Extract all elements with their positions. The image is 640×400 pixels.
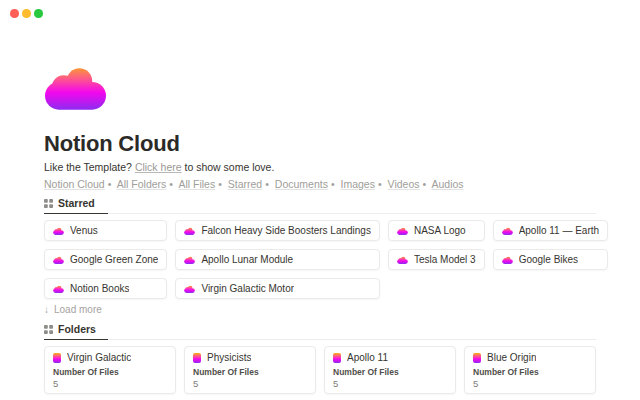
cloud-file-icon: [53, 256, 64, 264]
property-label: Number Of Files: [53, 368, 167, 377]
cloud-file-icon: [184, 285, 195, 293]
starred-tabs-bar: Starred: [44, 195, 596, 214]
nav-separator: •: [169, 178, 173, 190]
file-card[interactable]: Tesla Model 3: [388, 249, 485, 270]
file-card[interactable]: Apollo Lunar Module: [175, 249, 380, 270]
cloud-file-icon: [53, 227, 64, 235]
page-link[interactable]: Documents: [275, 178, 328, 190]
property-value: 5: [193, 379, 307, 389]
nav-separator: •: [218, 178, 222, 190]
file-card-title: Tesla Model 3: [414, 254, 476, 265]
file-card-title: Virgin Galactic Motor: [201, 283, 294, 294]
file-card-title: Apollo Lunar Module: [201, 254, 293, 265]
nav-separator: •: [265, 178, 269, 190]
property-value: 5: [473, 379, 587, 389]
property-label: Number Of Files: [193, 368, 307, 377]
folder-card-title: Virgin Galactic: [67, 352, 131, 363]
page-link[interactable]: Starred: [228, 178, 262, 190]
zoom-window-button[interactable]: [34, 9, 43, 18]
page-link[interactable]: All Folders: [117, 178, 167, 190]
click-here-link[interactable]: Click here: [135, 161, 182, 173]
file-card-title: Google Green Zone: [70, 254, 158, 265]
folder-icon: [473, 353, 481, 363]
property-label: Number Of Files: [473, 368, 587, 377]
folder-card[interactable]: Physicists Number Of Files 5: [184, 346, 316, 394]
folder-card[interactable]: Blue Origin Number Of Files 5: [464, 346, 596, 394]
file-card-title: Google Bikes: [519, 254, 578, 265]
window-controls: [10, 9, 43, 18]
file-card[interactable]: Venus: [44, 220, 167, 241]
folder-card-title: Blue Origin: [487, 352, 536, 363]
folders-tabs-bar: Folders: [44, 321, 596, 340]
subtitle-suffix: to show some love.: [182, 161, 275, 173]
subtitle: Like the Template? Click here to show so…: [44, 161, 596, 174]
nav-separator: •: [378, 178, 382, 190]
page-link[interactable]: All Files: [178, 178, 215, 190]
page-link[interactable]: Notion Cloud: [44, 178, 105, 190]
page-link[interactable]: Videos: [388, 178, 420, 190]
nav-separator: •: [422, 178, 426, 190]
cloud-file-icon: [397, 227, 408, 235]
folder-card-title: Physicists: [207, 352, 251, 363]
folder-icon: [53, 353, 61, 363]
file-card-title: Falcon Heavy Side Boosters Landings: [201, 225, 371, 236]
gallery-view-icon: [44, 325, 53, 334]
page-cloud-icon[interactable]: [44, 64, 107, 110]
gallery-view-icon: [44, 199, 53, 208]
property-label: Number Of Files: [333, 368, 447, 377]
folder-card[interactable]: Apollo 11 Number Of Files 5: [324, 346, 456, 394]
property-value: 5: [333, 379, 447, 389]
close-window-button[interactable]: [10, 9, 19, 18]
folder-icon: [333, 353, 341, 363]
folders-gallery: Virgin Galactic Number Of Files 5 Physic…: [44, 346, 596, 400]
file-card[interactable]: Google Bikes: [493, 249, 608, 270]
cloud-file-icon: [502, 227, 513, 235]
page-link[interactable]: Audios: [432, 178, 464, 190]
file-card[interactable]: NASA Logo: [388, 220, 485, 241]
tab-label: Starred: [58, 197, 95, 209]
file-card-title: Venus: [70, 225, 98, 236]
subtitle-prefix: Like the Template?: [44, 161, 135, 173]
file-card[interactable]: Google Green Zone: [44, 249, 167, 270]
notion-page: Notion Cloud Like the Template? Click he…: [0, 0, 640, 400]
page-link[interactable]: Images: [341, 178, 375, 190]
cloud-file-icon: [53, 285, 64, 293]
folder-icon: [193, 353, 201, 363]
file-card[interactable]: Apollo 11 — Earth: [493, 220, 608, 241]
tab-starred[interactable]: Starred: [44, 195, 108, 214]
cloud-file-icon: [184, 227, 195, 235]
file-card[interactable]: Falcon Heavy Side Boosters Landings: [175, 220, 380, 241]
nav-separator: •: [331, 178, 335, 190]
property-value: 5: [53, 379, 167, 389]
file-card-title: Apollo 11 — Earth: [519, 225, 599, 236]
page-title: Notion Cloud: [44, 132, 596, 155]
nav-separator: •: [108, 178, 112, 190]
folder-card[interactable]: Virgin Galactic Number Of Files 5: [44, 346, 176, 394]
load-more-button[interactable]: ↓ Load more: [44, 304, 102, 316]
file-card-title: NASA Logo: [414, 225, 466, 236]
arrow-down-icon: ↓: [44, 304, 49, 316]
minimize-window-button[interactable]: [22, 9, 31, 18]
cloud-file-icon: [397, 256, 408, 264]
file-card[interactable]: Virgin Galactic Motor: [175, 278, 380, 299]
file-card-title: Notion Books: [70, 283, 129, 294]
tab-label: Folders: [58, 323, 96, 335]
cloud-file-icon: [184, 256, 195, 264]
load-more-label: Load more: [54, 304, 102, 316]
tab-folders[interactable]: Folders: [44, 321, 108, 340]
starred-gallery: Venus Falcon Heavy Side Boosters Landing…: [44, 220, 596, 299]
cloud-file-icon: [502, 256, 513, 264]
folder-card-title: Apollo 11: [347, 352, 388, 363]
file-card[interactable]: Notion Books: [44, 278, 167, 299]
page-links-row: Notion Cloud• All Folders• All Files• St…: [44, 178, 596, 191]
